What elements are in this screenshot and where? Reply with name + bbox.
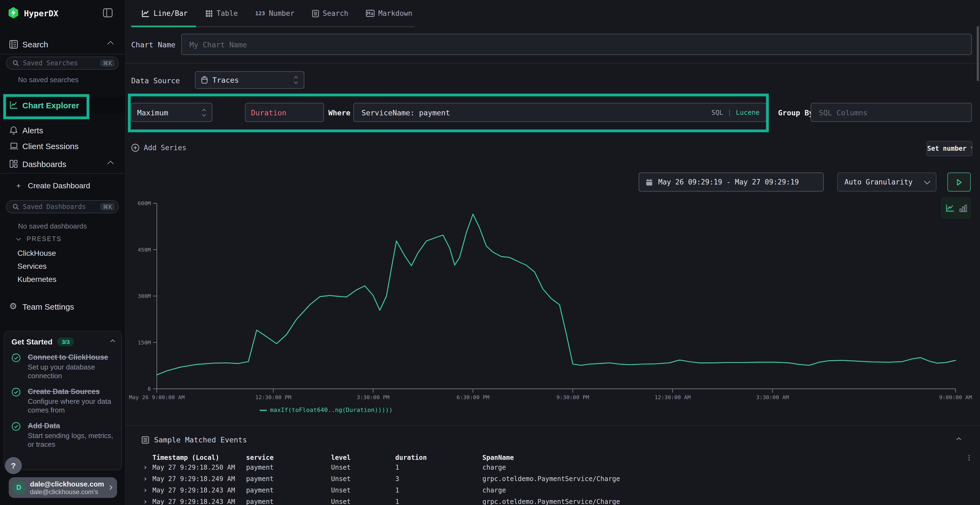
table-row[interactable]: › May 27 9:29:18.250 AM payment Unset 1 … xyxy=(125,462,980,473)
sidebar: HyperDX Search xyxy=(0,0,126,505)
expand-row-icon[interactable]: › xyxy=(143,497,153,505)
col-timestamp[interactable]: Timestamp (Local) xyxy=(153,454,246,462)
cell-spanname: grpc.oteldemo.PaymentService/Charge xyxy=(482,498,958,505)
col-level[interactable]: ⋮level xyxy=(331,454,395,462)
hyperdx-logo-icon xyxy=(8,6,19,19)
svg-text:May 26 9:00:00 AM: May 26 9:00:00 AM xyxy=(129,394,185,400)
lucene-mode-toggle[interactable]: Lucene xyxy=(736,108,759,116)
sample-matched-events-panel: Sample Matched Events Timestamp (Local) … xyxy=(125,425,980,505)
granularity-select[interactable]: Auto Granularity xyxy=(837,173,937,192)
expand-row-icon[interactable]: › xyxy=(143,463,153,471)
expand-row-icon[interactable]: › xyxy=(143,475,153,483)
table-row[interactable]: › May 27 9:29:18.243 AM payment Unset 1 … xyxy=(125,496,980,505)
get-started-item-subtitle: Start sending logs, metrics, or traces xyxy=(28,432,115,449)
get-started-item-title: Add Data xyxy=(28,421,115,430)
plus-circle-icon xyxy=(131,144,139,152)
where-label: Where xyxy=(328,108,350,117)
tab-label: Search xyxy=(323,9,348,17)
col-spanname[interactable]: ⋮SpanName xyxy=(482,454,958,462)
table-row[interactable]: › May 27 9:29:18.243 AM payment Unset 1 … xyxy=(125,484,980,496)
search-icon xyxy=(13,203,19,210)
sidebar-item-alerts[interactable]: Alerts xyxy=(0,122,125,138)
check-circle-icon xyxy=(11,387,28,414)
section-divider xyxy=(125,63,980,64)
markdown-icon xyxy=(366,10,375,17)
team-settings-label: Team Settings xyxy=(22,302,74,311)
group-by-label: Group By xyxy=(778,108,813,117)
field-select[interactable]: Duration xyxy=(245,103,324,122)
svg-text:6:30:00 PM: 6:30:00 PM xyxy=(457,394,489,400)
user-org: dale@clickhouse.com's xyxy=(30,488,108,495)
sidebar-item-client-sessions[interactable]: Client Sessions xyxy=(0,138,125,154)
plus-icon: + xyxy=(16,181,21,190)
create-dashboard-button[interactable]: + Create Dashboard xyxy=(16,181,90,190)
tab-line-bar[interactable]: Line/Bar xyxy=(142,9,188,17)
chevron-right-icon xyxy=(108,485,113,490)
svg-text:12:30:00 PM: 12:30:00 PM xyxy=(255,394,291,400)
document-list-icon xyxy=(312,10,319,17)
aggregation-select[interactable]: Maximum xyxy=(131,103,212,122)
add-series-button[interactable]: Add Series xyxy=(131,144,186,152)
table-menu-kebab-icon[interactable]: ⋮ xyxy=(958,454,980,462)
expand-row-icon[interactable]: › xyxy=(143,486,153,494)
chart-name-field[interactable] xyxy=(181,34,972,55)
help-button[interactable]: ? xyxy=(5,457,22,474)
col-duration[interactable]: ⋮duration xyxy=(395,454,482,462)
col-service[interactable]: ⋮service xyxy=(246,454,331,462)
sample-panel-title: Sample Matched Events xyxy=(154,435,247,444)
get-started-item: Add Data Start sending logs, metrics, or… xyxy=(11,421,115,449)
tab-number[interactable]: 123 Number xyxy=(255,9,294,17)
sidebar-item-team-settings[interactable]: ⚙ Team Settings xyxy=(0,298,125,314)
sidebar-collapse-icon[interactable] xyxy=(103,8,113,17)
preset-services[interactable]: Services xyxy=(18,262,46,270)
svg-text:3:30:00 PM: 3:30:00 PM xyxy=(356,394,389,400)
get-started-item: Create Data Sources Configure where your… xyxy=(11,387,115,414)
presets-toggle[interactable]: PRESETS xyxy=(17,236,62,242)
line-chart-icon xyxy=(142,10,150,17)
scrollbar-thumb[interactable] xyxy=(977,26,979,81)
group-by-field[interactable] xyxy=(811,103,972,122)
data-source-select[interactable]: Traces xyxy=(195,71,304,89)
granularity-value: Auto Granularity xyxy=(845,178,913,186)
cell-duration: 3 xyxy=(395,475,482,483)
create-dashboard-label: Create Dashboard xyxy=(28,181,90,190)
sidebar-item-chart-explorer[interactable]: Chart Explorer xyxy=(0,97,125,113)
user-account-chip[interactable]: D dale@clickhouse.com dale@clickhouse.co… xyxy=(9,477,117,498)
help-label: ? xyxy=(11,461,16,470)
cell-timestamp: May 27 9:29:18.250 AM xyxy=(153,464,246,471)
cell-spanname: charge xyxy=(482,486,958,494)
preset-kubernetes[interactable]: Kubernetes xyxy=(18,275,56,284)
cell-service: payment xyxy=(246,498,331,505)
preset-clickhouse[interactable]: ClickHouse xyxy=(18,249,56,257)
add-series-label: Add Series xyxy=(144,144,186,152)
chart-legend[interactable]: maxIf(toFloat640..ng(Duration))))) xyxy=(260,407,393,414)
tab-markdown[interactable]: Markdown xyxy=(366,9,412,17)
bell-icon xyxy=(9,125,19,135)
svg-text:9:00:00 AM: 9:00:00 AM xyxy=(939,394,972,400)
set-number-format-button[interactable]: Set number format xyxy=(927,141,972,156)
timeseries-chart[interactable]: 0150M300M450M600MMay 26 9:00:00 AM12:30:… xyxy=(125,193,980,422)
where-field[interactable]: SQL | Lucene xyxy=(353,103,767,122)
sql-mode-toggle[interactable]: SQL xyxy=(711,108,723,116)
cell-service: payment xyxy=(246,464,331,471)
tab-search[interactable]: Search xyxy=(312,9,348,17)
group-by-input[interactable] xyxy=(818,108,965,117)
table-icon xyxy=(205,10,213,17)
saved-dashboards-input[interactable]: Saved Dashboards ⌘K xyxy=(6,200,119,213)
chevron-up-icon[interactable] xyxy=(111,340,115,344)
collapse-panel-icon[interactable] xyxy=(956,438,961,442)
search-icon xyxy=(13,60,19,67)
run-query-button[interactable] xyxy=(947,173,971,192)
sidebar-item-dashboards[interactable]: Dashboards xyxy=(0,156,125,172)
chart-name-input[interactable] xyxy=(188,40,965,49)
cell-timestamp: May 27 9:29:18.243 AM xyxy=(153,486,246,494)
sidebar-section-search[interactable]: Search xyxy=(0,36,125,52)
table-row[interactable]: › May 27 9:29:18.249 AM payment Unset 3 … xyxy=(125,473,980,484)
where-input[interactable] xyxy=(360,108,711,117)
tab-table[interactable]: Table xyxy=(205,9,238,17)
svg-text:150M: 150M xyxy=(138,339,151,346)
date-range-picker[interactable]: May 26 09:29:19 - May 27 09:29:19 xyxy=(639,173,824,192)
saved-searches-input[interactable]: Saved Searches ⌘K xyxy=(6,57,119,70)
get-started-item-subtitle: Set up your database connection xyxy=(28,363,115,380)
select-chevrons-icon xyxy=(202,109,206,116)
